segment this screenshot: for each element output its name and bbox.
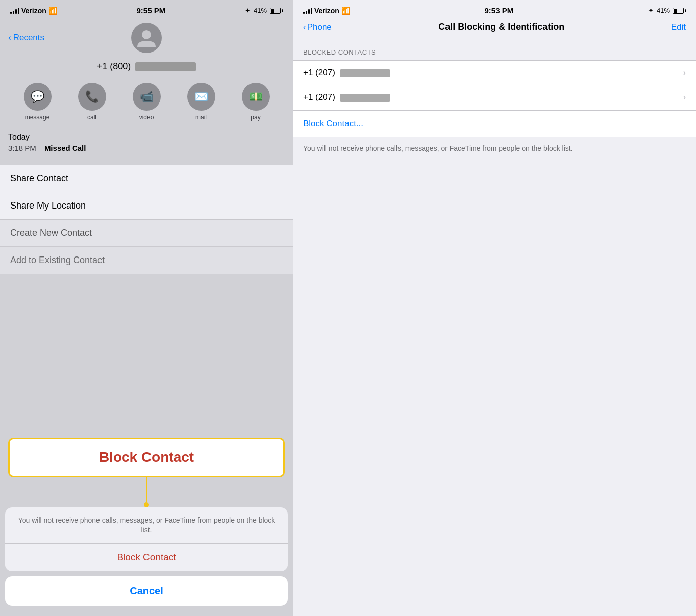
message-btn-circle[interactable]: 💬: [24, 83, 52, 111]
call-btn-circle[interactable]: 📞: [78, 83, 106, 111]
add-existing-contact-item[interactable]: Add to Existing Contact: [0, 247, 293, 274]
right-chevron-icon: ‹: [303, 22, 306, 32]
right-status-left: Verizon 📶: [303, 7, 350, 15]
left-status-bar: Verizon 📶 9:55 PM ✦ 41%: [0, 0, 293, 19]
signal-bars-icon: [10, 8, 19, 14]
right-battery-pct: 41%: [657, 7, 670, 14]
right-bluetooth-icon: ✦: [648, 7, 654, 14]
right-content: BLOCKED CONTACTS +1 (207) › +1 (207) › B…: [293, 38, 696, 616]
left-battery-pct: 41%: [254, 7, 267, 14]
blocked-contact-row-2[interactable]: +1 (207) ›: [293, 85, 696, 110]
left-back-label: Recents: [13, 33, 44, 43]
pay-action[interactable]: 💵 pay: [242, 83, 270, 121]
bottom-sheet: Block Contact You will not receive phone…: [0, 438, 293, 616]
left-panel: Verizon 📶 9:55 PM ✦ 41% ‹ Recents: [0, 0, 293, 616]
connector-dot: [144, 502, 149, 507]
right-status-bar: Verizon 📶 9:53 PM ✦ 41%: [293, 0, 696, 19]
call-action[interactable]: 📞 call: [78, 83, 106, 121]
mail-btn-label: mail: [195, 114, 207, 121]
message-btn-label: message: [25, 114, 50, 121]
call-btn-label: call: [87, 114, 96, 121]
share-contact-item[interactable]: Share Contact: [0, 165, 293, 192]
contact-number-prefix: +1 (800): [97, 61, 131, 71]
mail-action[interactable]: ✉️ mail: [187, 83, 215, 121]
left-nav-bar: ‹ Recents: [0, 19, 293, 57]
right-page-title: Call Blocking & Identification: [438, 22, 564, 32]
recent-section: Today 3:18 PM Missed Call: [0, 128, 293, 159]
right-status-right: ✦ 41%: [648, 7, 686, 14]
blocked-contact-blurred-2: [340, 94, 390, 102]
video-btn-label: video: [139, 114, 154, 121]
mail-btn-circle[interactable]: ✉️: [187, 83, 215, 111]
blocked-contact-row-1[interactable]: +1 (207) ›: [293, 61, 696, 85]
blocked-contact-blurred-1: [340, 69, 390, 77]
right-battery-indicator: [673, 8, 686, 14]
blocked-contacts-header: BLOCKED CONTACTS: [293, 38, 696, 60]
action-sheet: You will not receive phone calls, messag…: [5, 507, 288, 571]
recent-call-type: Missed Call: [44, 144, 86, 152]
right-signal-bars-icon: [303, 8, 312, 14]
cancel-button[interactable]: Cancel: [5, 576, 288, 606]
recent-label: Today: [8, 133, 285, 142]
left-time: 9:55 PM: [137, 6, 166, 15]
block-contact-highlight-text: Block Contact: [99, 449, 194, 465]
pay-btn-label: pay: [251, 114, 260, 121]
recent-time: 3:18 PM: [8, 144, 36, 152]
mail-btn-icon: ✉️: [194, 90, 208, 104]
connector-line: [146, 477, 147, 502]
chevron-right-icon-2: ›: [683, 93, 686, 102]
battery-indicator: [270, 8, 283, 14]
video-btn-icon: 📹: [140, 90, 154, 104]
message-btn-icon: 💬: [31, 90, 44, 104]
left-status-right: ✦ 41%: [245, 7, 283, 14]
create-contact-item[interactable]: Create New Contact: [0, 220, 293, 247]
chevron-right-icon-1: ›: [683, 68, 686, 77]
action-buttons-row: 💬 message 📞 call 📹 video ✉️ mail 💵: [0, 78, 293, 128]
share-location-item[interactable]: Share My Location: [0, 192, 293, 220]
message-action[interactable]: 💬 message: [24, 83, 52, 121]
blocked-contact-number-1: +1 (207): [303, 68, 390, 78]
right-wifi-icon: 📶: [341, 7, 350, 15]
call-btn-icon: 📞: [85, 90, 99, 104]
right-panel: Verizon 📶 9:53 PM ✦ 41% ‹ Phone Call Blo…: [293, 0, 696, 616]
block-info-text: You will not receive phone calls, messag…: [293, 137, 696, 160]
contact-number: +1 (800): [0, 57, 293, 78]
block-contact-link[interactable]: Block Contact...: [293, 110, 696, 137]
menu-items-list: Share Contact Share My Location Create N…: [0, 165, 293, 274]
right-edit-button[interactable]: Edit: [671, 22, 686, 32]
right-back-button[interactable]: ‹ Phone: [303, 22, 332, 32]
left-status-left: Verizon 📶: [10, 7, 57, 15]
block-contact-highlight-box: Block Contact: [8, 438, 285, 477]
action-sheet-warning: You will not receive phone calls, messag…: [5, 507, 288, 544]
bluetooth-icon: ✦: [245, 7, 251, 14]
right-time: 9:53 PM: [485, 6, 514, 15]
contact-number-blurred: [135, 62, 196, 71]
block-contact-link-text[interactable]: Block Contact...: [303, 119, 363, 128]
pay-btn-circle[interactable]: 💵: [242, 83, 270, 111]
blocked-contacts-list: +1 (207) › +1 (207) ›: [293, 60, 696, 110]
left-chevron-icon: ‹: [8, 33, 11, 43]
contact-avatar: [131, 23, 162, 53]
right-back-label: Phone: [307, 22, 332, 32]
right-nav-bar: ‹ Phone Call Blocking & Identification E…: [293, 19, 696, 38]
right-carrier: Verizon: [314, 7, 339, 15]
left-back-button[interactable]: ‹ Recents: [8, 33, 44, 43]
pay-btn-icon: 💵: [249, 90, 263, 104]
video-action[interactable]: 📹 video: [133, 83, 161, 121]
action-sheet-block-btn[interactable]: Block Contact: [5, 544, 288, 571]
blocked-contact-number-2: +1 (207): [303, 92, 390, 102]
person-icon: [136, 28, 157, 48]
svg-point-0: [142, 30, 151, 39]
left-carrier: Verizon: [21, 7, 46, 15]
video-btn-circle[interactable]: 📹: [133, 83, 161, 111]
recent-call-row: 3:18 PM Missed Call: [8, 142, 285, 155]
left-wifi-icon: 📶: [48, 7, 57, 15]
